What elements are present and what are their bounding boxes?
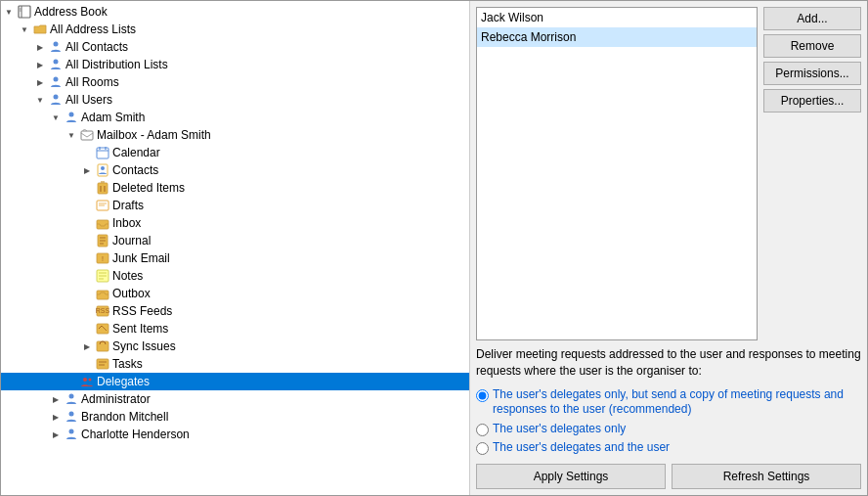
tree-item-label: Inbox — [112, 216, 141, 230]
tree-expander[interactable]: ▶ — [32, 39, 48, 55]
tree-item-label: All Distribution Lists — [65, 58, 168, 71]
svg-point-4 — [54, 42, 59, 47]
radio-row-1: The user's delegates only, but send a co… — [476, 387, 861, 418]
tree-expander — [79, 268, 95, 284]
tree-container[interactable]: ▼Address Book▼All Address Lists▶All Cont… — [1, 1, 469, 495]
tree-item-all-contacts[interactable]: ▶All Contacts — [1, 38, 469, 56]
radio-label-2[interactable]: The user's delegates only — [493, 422, 626, 437]
tree-item-label: Mailbox - Adam Smith — [97, 128, 211, 142]
person-icon — [64, 409, 79, 425]
radio-option-1[interactable] — [476, 389, 489, 402]
mailbox-icon — [79, 127, 95, 143]
refresh-settings-button[interactable]: Refresh Settings — [672, 464, 861, 489]
radio-label-3[interactable]: The user's delegates and the user — [493, 440, 670, 456]
apply-settings-button[interactable]: Apply Settings — [476, 464, 666, 489]
delegate-item-jack-wilson[interactable]: Jack Wilson — [477, 8, 757, 27]
tree-expander[interactable]: ▼ — [1, 4, 17, 20]
tree-expander[interactable]: ▶ — [79, 162, 95, 178]
right-pane: Jack WilsonRebecca Morrison Add... Remov… — [470, 1, 867, 495]
tree-item-label: Administrator — [81, 392, 151, 406]
svg-text:RSS: RSS — [96, 307, 109, 314]
add-button[interactable]: Add... — [763, 7, 861, 30]
person-icon — [64, 391, 79, 407]
tree-item-label: Sent Items — [112, 322, 168, 336]
svg-point-42 — [83, 378, 87, 382]
delegates-list[interactable]: Jack WilsonRebecca Morrison — [476, 7, 758, 340]
folder-icon — [32, 22, 48, 37]
tree-item-label: RSS Feeds — [112, 304, 172, 318]
deleted-icon — [95, 180, 110, 196]
tree-item-label: Sync Issues — [112, 339, 176, 353]
tree-item-administrator[interactable]: ▶Administrator — [1, 390, 469, 408]
tree-item-rss-feeds[interactable]: RSSRSS Feeds — [1, 302, 469, 320]
tree-item-all-distribution-lists[interactable]: ▶All Distribution Lists — [1, 56, 469, 73]
tree-item-sent-items[interactable]: Sent Items — [1, 320, 469, 338]
remove-button[interactable]: Remove — [763, 34, 861, 58]
rss-icon: RSS — [95, 303, 110, 319]
svg-rect-16 — [98, 183, 108, 194]
tree-expander — [64, 374, 79, 389]
tree-expander — [79, 180, 95, 196]
tree-item-contacts[interactable]: ▶Contacts — [1, 161, 469, 179]
tree-item-charlotte-henderson[interactable]: ▶Charlotte Henderson — [1, 426, 469, 443]
radio-label-1[interactable]: The user's delegates only, but send a co… — [493, 387, 861, 418]
svg-point-43 — [89, 379, 92, 382]
svg-point-8 — [69, 113, 74, 117]
tree-expander[interactable]: ▶ — [48, 409, 64, 425]
tree-expander[interactable]: ▶ — [32, 57, 48, 72]
radio-option-3[interactable] — [476, 442, 489, 455]
tree-expander — [79, 286, 95, 301]
tree-item-journal[interactable]: Journal — [1, 232, 469, 249]
tree-item-address-book[interactable]: ▼Address Book — [1, 3, 469, 21]
svg-point-5 — [54, 60, 59, 65]
delegates-icon — [79, 374, 95, 389]
tree-item-all-rooms[interactable]: ▶All Rooms — [1, 73, 469, 91]
inbox-icon — [95, 215, 110, 231]
tree-item-label: Outbox — [112, 287, 151, 300]
tree-item-delegates[interactable]: Delegates — [1, 373, 469, 390]
calendar-icon — [95, 145, 110, 160]
svg-rect-10 — [97, 148, 108, 158]
tree-expander[interactable]: ▶ — [48, 391, 64, 407]
permissions-button[interactable]: Permissions... — [763, 62, 861, 85]
tree-item-tasks[interactable]: Tasks — [1, 355, 469, 373]
radio-option-2[interactable] — [476, 424, 489, 436]
right-buttons-panel: Add... Remove Permissions... Properties.… — [763, 7, 861, 340]
tree-item-sync-issues[interactable]: ▶Sync Issues — [1, 338, 469, 355]
tree-item-label: Journal — [112, 234, 151, 248]
tree-expander[interactable]: ▼ — [17, 22, 32, 37]
svg-rect-0 — [19, 6, 30, 18]
tree-item-junk-email[interactable]: !Junk Email — [1, 249, 469, 267]
tree-item-label: Calendar — [112, 146, 160, 159]
radio-row-3: The user's delegates and the user — [476, 440, 861, 456]
tree-expander[interactable]: ▼ — [32, 92, 48, 108]
tree-expander[interactable]: ▼ — [48, 110, 64, 125]
tree-item-outbox[interactable]: Outbox — [1, 285, 469, 302]
tree-item-drafts[interactable]: Drafts — [1, 197, 469, 214]
book-icon — [17, 4, 32, 20]
tree-item-label: All Rooms — [65, 75, 119, 89]
tree-expander[interactable]: ▶ — [32, 74, 48, 90]
tree-item-deleted-items[interactable]: Deleted Items — [1, 179, 469, 197]
tree-item-all-address-lists[interactable]: ▼All Address Lists — [1, 21, 469, 38]
drafts-icon — [95, 198, 110, 213]
tree-item-mailbox-adam[interactable]: ▼Mailbox - Adam Smith — [1, 126, 469, 144]
tree-item-adam-smith[interactable]: ▼Adam Smith — [1, 109, 469, 126]
meeting-radio-group: The user's delegates only, but send a co… — [476, 387, 861, 456]
delegate-item-rebecca-morrison[interactable]: Rebecca Morrison — [477, 27, 757, 47]
tree-expander[interactable]: ▼ — [64, 127, 79, 143]
right-top-section: Jack WilsonRebecca Morrison Add... Remov… — [476, 7, 861, 340]
tree-item-notes[interactable]: Notes — [1, 267, 469, 285]
tree-expander[interactable]: ▶ — [48, 427, 64, 442]
tree-item-calendar[interactable]: Calendar — [1, 144, 469, 161]
svg-rect-38 — [97, 341, 108, 351]
svg-point-6 — [54, 77, 59, 82]
tree-item-brandon-mitchell[interactable]: ▶Brandon Mitchell — [1, 408, 469, 426]
tree-expander[interactable]: ▶ — [79, 338, 95, 354]
properties-button[interactable]: Properties... — [763, 89, 861, 113]
tree-item-label: Drafts — [112, 199, 144, 212]
outbox-icon — [95, 286, 110, 301]
tree-item-all-users[interactable]: ▼All Users — [1, 91, 469, 109]
person-icon — [64, 110, 79, 125]
tree-item-inbox[interactable]: Inbox — [1, 214, 469, 232]
